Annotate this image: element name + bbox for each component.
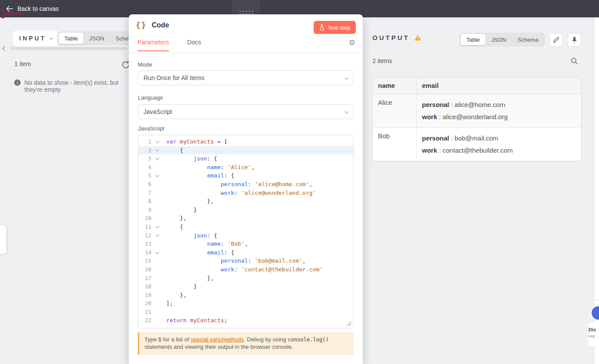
fold-gutter-spacer [151, 189, 163, 197]
corner-widget[interactable]: Dis Leg [589, 323, 599, 347]
editor-hint-callout: Type $ for a list of special vars/method… [138, 332, 354, 355]
hint-text: Type $ for a list of [144, 336, 191, 343]
input-tab-json[interactable]: JSON [84, 33, 110, 44]
search-icon[interactable] [571, 57, 578, 65]
strip-divider [594, 300, 599, 301]
line-number: 16 [138, 265, 151, 274]
output-tab-schema[interactable]: Schema [512, 34, 544, 45]
fold-chevron-icon[interactable] [151, 171, 163, 180]
code-line[interactable]: 21 [138, 308, 353, 317]
mode-label: Mode [138, 61, 152, 68]
fold-chevron-icon[interactable] [151, 231, 163, 240]
column-header-email[interactable]: email [416, 77, 581, 94]
code-text: name: 'Alice', [163, 163, 353, 172]
code-editor[interactable]: 1var myContacts = [2 {3 json: {4 name: '… [138, 135, 354, 328]
code-text: }, [163, 214, 353, 223]
table-row[interactable]: Bobpersonal : bob@mail.comwork : contact… [373, 127, 581, 161]
tab-docs[interactable]: Docs [187, 39, 201, 51]
mode-value: Run Once for All Items [144, 74, 204, 81]
test-step-button[interactable]: Test step [314, 21, 356, 34]
code-line[interactable]: 7 work: 'alice@wonderland.org' [138, 189, 353, 197]
code-line[interactable]: 15 personal: 'bob@mail.com', [138, 257, 353, 265]
code-text: } [163, 206, 353, 214]
fold-gutter-spacer [151, 257, 163, 265]
fold-gutter-spacer [151, 163, 163, 172]
code-line[interactable]: 13 name: 'Bob', [138, 240, 353, 248]
code-line[interactable]: 3 json: { [138, 154, 353, 163]
input-selector-button[interactable]: INPUT [13, 30, 58, 46]
code-text: var myContacts = [ [163, 137, 353, 146]
output-tab-json[interactable]: JSON [485, 34, 512, 45]
code-line[interactable]: 10 }, [138, 214, 353, 223]
pencil-icon [553, 37, 559, 43]
input-tabs-scrollbar[interactable] [10, 47, 127, 50]
hint-text: . Debug by using [244, 336, 288, 343]
tab-parameters[interactable]: Parameters [137, 39, 169, 51]
output-tabs: TableJSONSchema [459, 33, 545, 47]
code-text: ]; [163, 299, 353, 308]
editor-resize-icon[interactable] [347, 321, 351, 326]
email-entry: work : alice@wonderland.org [422, 111, 576, 123]
fold-chevron-icon[interactable] [151, 146, 163, 155]
editor-label: JavaScript [138, 125, 164, 132]
input-tab-table[interactable]: Table [59, 33, 84, 44]
fold-chevron-icon[interactable] [151, 223, 163, 231]
language-select[interactable]: JavaScript [138, 104, 354, 119]
fold-gutter-spacer [151, 197, 163, 206]
code-text: }, [163, 197, 353, 206]
code-line[interactable]: 1var myContacts = [ [138, 137, 353, 146]
fold-chevron-icon[interactable] [151, 137, 163, 146]
input-items-count: 1 item [14, 60, 31, 67]
node-settings-gear-icon[interactable]: ⚙ [349, 38, 355, 47]
code-text [163, 308, 353, 317]
code-line[interactable]: 18 } [138, 282, 353, 291]
line-number: 19 [138, 291, 151, 300]
output-items-count: 2 items [372, 57, 392, 64]
table-row[interactable]: Alicepersonal : alice@home.comwork : ali… [373, 94, 581, 127]
code-text: json: { [163, 231, 353, 240]
back-to-canvas-label: Back to canvas [17, 5, 59, 12]
line-number: 7 [138, 189, 151, 197]
code-line[interactable]: 6 personal: 'alice@home.com', [138, 180, 353, 189]
fold-gutter-spacer [151, 265, 163, 274]
line-number: 14 [138, 248, 151, 257]
tabs-divider [129, 53, 363, 53]
code-line[interactable]: 22return myContacts; [138, 316, 353, 325]
fold-gutter-spacer [151, 291, 163, 300]
output-tab-table[interactable]: Table [461, 34, 485, 45]
output-table-body: Alicepersonal : alice@home.comwork : ali… [373, 94, 581, 161]
code-line[interactable]: 2 { [138, 146, 353, 155]
line-number: 21 [138, 308, 151, 317]
language-label: Language [138, 94, 163, 101]
fold-gutter-spacer [151, 274, 163, 283]
panel-resize-handle[interactable] [0, 225, 7, 254]
code-line[interactable]: 19 }, [138, 291, 353, 300]
code-line[interactable]: 12 json: { [138, 231, 353, 240]
edit-output-button[interactable] [549, 33, 563, 47]
code-line[interactable]: 4 name: 'Alice', [138, 163, 353, 172]
line-number: 18 [138, 282, 151, 291]
code-line[interactable]: 20]; [138, 299, 353, 308]
node-title: Code [152, 21, 169, 29]
code-line[interactable]: 5 email: { [138, 171, 353, 180]
column-header-name[interactable]: name [373, 77, 416, 94]
code-line[interactable]: 9 } [138, 206, 353, 214]
line-number: 10 [138, 214, 151, 223]
warning-icon [414, 34, 422, 41]
code-line[interactable]: 17 }, [138, 274, 353, 283]
flask-icon [319, 24, 325, 30]
mode-select[interactable]: Run Once for All Items [138, 70, 354, 85]
input-empty-message: No data to show - item(s) exist, but the… [24, 79, 118, 93]
corner-widget-sublabel: Leg [589, 334, 599, 338]
code-line[interactable]: 11 { [138, 223, 353, 231]
fold-chevron-icon[interactable] [151, 154, 163, 163]
line-number: 2 [138, 146, 151, 155]
fold-chevron-icon[interactable] [151, 248, 163, 257]
code-line[interactable]: 8 }, [138, 197, 353, 206]
code-line[interactable]: 16 work: 'contact@thebuilder.com' [138, 265, 353, 274]
cell-name: Bob [373, 127, 416, 161]
code-line[interactable]: 14 email: { [138, 248, 353, 257]
pin-data-button[interactable] [568, 33, 581, 47]
collapse-input-panel-icon[interactable] [2, 45, 5, 53]
special-vars-link[interactable]: special vars/methods [191, 336, 244, 343]
